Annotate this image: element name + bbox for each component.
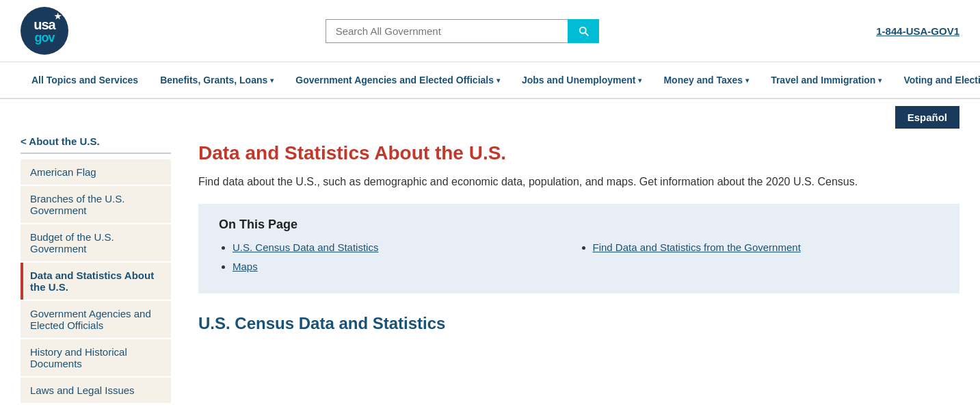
- sidebar-item-branches: Branches of the U.S. Government: [21, 186, 171, 223]
- chevron-down-icon-3: ▾: [638, 77, 641, 84]
- nav-item-jobs: Jobs and Unemployment ▾: [511, 62, 652, 98]
- logo-area[interactable]: ★ usa gov: [21, 7, 68, 55]
- census-section-title: U.S. Census Data and Statistics: [198, 314, 959, 333]
- on-this-page-col-2: Find Data and Statistics from the Govern…: [579, 241, 940, 280]
- sidebar-back-link[interactable]: < About the U.S.: [21, 135, 171, 154]
- site-header: ★ usa gov 1-844-USA-GOV1: [0, 0, 980, 62]
- search-area: [68, 19, 856, 43]
- nav-item-money: Money and Taxes ▾: [652, 62, 760, 98]
- nav-label-voting: Voting and Elections: [903, 75, 980, 86]
- sidebar-item-history: History and Historical Documents: [21, 339, 171, 376]
- list-item: Find Data and Statistics from the Govern…: [593, 241, 940, 254]
- on-this-page-title: On This Page: [219, 218, 939, 232]
- nav-link-voting[interactable]: Voting and Elections ▾: [892, 62, 980, 98]
- nav-item-benefits: Benefits, Grants, Loans ▾: [149, 62, 284, 98]
- nav-label-jobs: Jobs and Unemployment: [522, 75, 635, 86]
- search-icon: [577, 25, 590, 37]
- logo-usa-text: usa: [34, 18, 55, 31]
- nav-link-all-topics[interactable]: All Topics and Services: [21, 62, 149, 98]
- nav-link-agencies[interactable]: Government Agencies and Elected Official…: [284, 62, 511, 98]
- nav-link-benefits[interactable]: Benefits, Grants, Loans ▾: [149, 62, 284, 98]
- chevron-down-icon: ▾: [270, 77, 274, 84]
- sidebar-item-american-flag: American Flag: [21, 159, 171, 185]
- logo-gov-text: gov: [34, 31, 54, 44]
- nav-link-money[interactable]: Money and Taxes ▾: [652, 62, 760, 98]
- sidebar-link-american-flag[interactable]: American Flag: [21, 159, 171, 185]
- nav-label-agencies: Government Agencies and Elected Official…: [295, 75, 494, 86]
- espanol-button[interactable]: Español: [895, 106, 959, 129]
- census-data-link[interactable]: U.S. Census Data and Statistics: [233, 241, 378, 253]
- search-input[interactable]: [326, 19, 568, 43]
- on-this-page-columns: U.S. Census Data and Statistics Maps Fin…: [219, 241, 939, 280]
- sidebar-item-budget: Budget of the U.S. Government: [21, 224, 171, 261]
- nav-item-travel: Travel and Immigration ▾: [760, 62, 892, 98]
- find-data-link[interactable]: Find Data and Statistics from the Govern…: [593, 241, 801, 253]
- nav-label-money: Money and Taxes: [663, 75, 743, 86]
- sidebar-link-branches[interactable]: Branches of the U.S. Government: [21, 186, 171, 223]
- on-this-page-list-2: Find Data and Statistics from the Govern…: [579, 241, 940, 254]
- chevron-down-icon-2: ▾: [496, 77, 500, 84]
- nav-link-travel[interactable]: Travel and Immigration ▾: [760, 62, 892, 98]
- search-box: [326, 19, 599, 43]
- espanol-bar: Español: [0, 99, 980, 135]
- sidebar-item-govt-agencies: Government Agencies and Elected Official…: [21, 301, 171, 338]
- nav-link-jobs[interactable]: Jobs and Unemployment ▾: [511, 62, 652, 98]
- on-this-page-list-1: U.S. Census Data and Statistics Maps: [219, 241, 579, 273]
- main-layout: < About the U.S. American Flag Branches …: [0, 135, 980, 404]
- phone-link[interactable]: 1-844-USA-GOV1: [876, 25, 959, 37]
- list-item: Maps: [233, 261, 579, 273]
- nav-item-all-topics: All Topics and Services: [21, 62, 149, 98]
- sidebar-link-govt-agencies[interactable]: Government Agencies and Elected Official…: [21, 301, 171, 338]
- sidebar-link-budget[interactable]: Budget of the U.S. Government: [21, 224, 171, 261]
- sidebar-item-data-statistics: Data and Statistics About the U.S.: [21, 263, 171, 300]
- main-nav: All Topics and Services Benefits, Grants…: [0, 62, 980, 99]
- chevron-down-icon-5: ▾: [878, 77, 882, 84]
- sidebar-item-laws: Laws and Legal Issues: [21, 378, 171, 403]
- nav-label-benefits: Benefits, Grants, Loans: [160, 75, 267, 86]
- nav-list: All Topics and Services Benefits, Grants…: [21, 62, 959, 98]
- main-content: Data and Statistics About the U.S. Find …: [198, 135, 959, 404]
- maps-link[interactable]: Maps: [233, 261, 258, 272]
- usa-gov-logo[interactable]: ★ usa gov: [21, 7, 68, 55]
- sidebar-list: American Flag Branches of the U.S. Gover…: [21, 159, 171, 403]
- sidebar: < About the U.S. American Flag Branches …: [21, 135, 171, 404]
- star-icon: ★: [54, 12, 62, 21]
- sidebar-link-laws[interactable]: Laws and Legal Issues: [21, 378, 171, 403]
- chevron-down-icon-4: ▾: [745, 77, 749, 84]
- sidebar-link-history[interactable]: History and Historical Documents: [21, 339, 171, 376]
- search-button[interactable]: [568, 19, 599, 43]
- page-description: Find data about the U.S., such as demogr…: [198, 174, 959, 190]
- nav-label-travel: Travel and Immigration: [771, 75, 875, 86]
- nav-item-voting: Voting and Elections ▾: [892, 62, 980, 98]
- on-this-page-box: On This Page U.S. Census Data and Statis…: [198, 204, 959, 293]
- page-title: Data and Statistics About the U.S.: [198, 142, 959, 164]
- list-item: U.S. Census Data and Statistics: [233, 241, 579, 254]
- on-this-page-col-1: U.S. Census Data and Statistics Maps: [219, 241, 579, 280]
- sidebar-link-data-statistics[interactable]: Data and Statistics About the U.S.: [21, 263, 171, 300]
- nav-label-all-topics: All Topics and Services: [31, 75, 138, 86]
- nav-item-agencies: Government Agencies and Elected Official…: [284, 62, 511, 98]
